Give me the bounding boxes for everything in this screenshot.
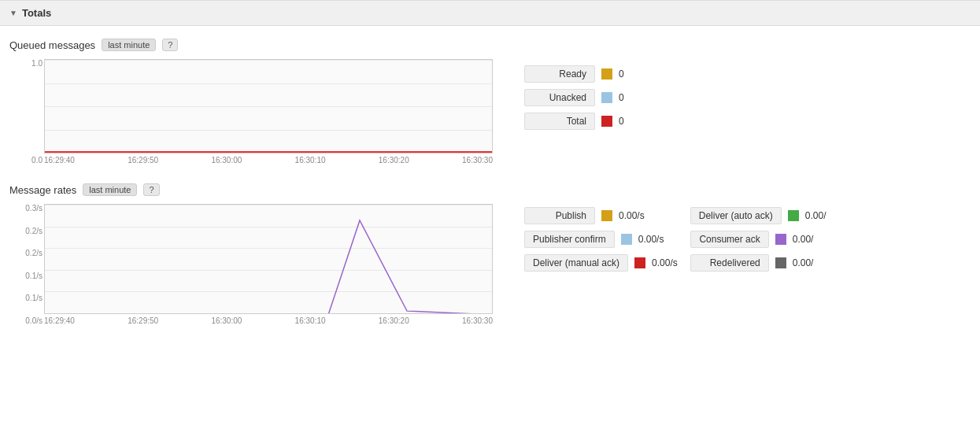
deliver-manual-label: Deliver (manual ack) bbox=[524, 254, 628, 272]
publish-color-swatch bbox=[601, 210, 612, 221]
section-header: ▼ Totals bbox=[0, 0, 980, 26]
ready-color-swatch bbox=[601, 68, 612, 80]
legend-total: Total 0 bbox=[524, 113, 642, 130]
message-rates-section: Message rates last minute ? 0.3/s 0.2/s … bbox=[9, 183, 971, 325]
ready-value: 0 bbox=[619, 68, 642, 80]
queued-messages-badge[interactable]: last minute bbox=[102, 39, 156, 51]
queued-x-labels: 16:29:40 16:29:50 16:30:00 16:30:10 16:3… bbox=[44, 156, 493, 165]
queued-messages-section: Queued messages last minute ? 1.0 0.0 bbox=[9, 39, 971, 165]
rates-legend-right: Deliver (auto ack) 0.00/ Consumer ack 0.… bbox=[690, 207, 829, 272]
publisher-confirm-label: Publisher confirm bbox=[524, 231, 615, 248]
legend-ready: Ready 0 bbox=[524, 65, 642, 83]
unacked-label: Unacked bbox=[524, 89, 595, 106]
legend-publish: Publish 0.00/s bbox=[524, 207, 678, 224]
unacked-color-swatch bbox=[601, 92, 612, 103]
ready-label: Ready bbox=[524, 65, 595, 83]
queued-y-labels: 1.0 0.0 bbox=[16, 59, 43, 165]
redelivered-color-swatch bbox=[775, 257, 786, 268]
legend-deliver-manual: Deliver (manual ack) 0.00/s bbox=[524, 254, 678, 272]
message-rates-badge[interactable]: last minute bbox=[83, 183, 137, 196]
consumer-ack-value: 0.00/ bbox=[793, 234, 816, 245]
deliver-auto-color-swatch bbox=[788, 210, 799, 221]
queued-messages-label: Queued messages bbox=[9, 39, 95, 51]
collapse-arrow-icon[interactable]: ▼ bbox=[9, 9, 17, 17]
publisher-confirm-color-swatch bbox=[621, 234, 632, 245]
rates-legend-left: Publish 0.00/s Publisher confirm 0.00/s … bbox=[524, 207, 678, 272]
deliver-manual-color-swatch bbox=[634, 257, 645, 268]
total-value: 0 bbox=[619, 116, 642, 127]
total-color-swatch bbox=[601, 116, 612, 127]
consumer-ack-label: Consumer ack bbox=[690, 231, 769, 248]
unacked-value: 0 bbox=[619, 92, 642, 103]
message-rates-help[interactable]: ? bbox=[143, 183, 159, 196]
total-label: Total bbox=[524, 113, 595, 130]
message-rates-label: Message rates bbox=[9, 184, 76, 196]
section-title: Totals bbox=[22, 7, 51, 19]
rates-chart bbox=[44, 204, 493, 314]
publish-value: 0.00/s bbox=[619, 210, 645, 221]
redelivered-value: 0.00/ bbox=[793, 257, 816, 268]
rates-x-labels: 16:29:40 16:29:50 16:30:00 16:30:10 16:3… bbox=[44, 316, 493, 325]
rates-y-labels: 0.3/s 0.2/s 0.2/s 0.1/s 0.1/s 0.0/s bbox=[16, 204, 43, 325]
consumer-ack-color-swatch bbox=[775, 234, 786, 245]
publish-label: Publish bbox=[524, 207, 595, 224]
redelivered-label: Redelivered bbox=[690, 254, 769, 272]
publisher-confirm-value: 0.00/s bbox=[638, 234, 664, 245]
legend-unacked: Unacked 0 bbox=[524, 89, 642, 106]
legend-consumer-ack: Consumer ack 0.00/ bbox=[690, 231, 829, 248]
legend-publisher-confirm: Publisher confirm 0.00/s bbox=[524, 231, 678, 248]
deliver-manual-value: 0.00/s bbox=[652, 257, 678, 268]
legend-redelivered: Redelivered 0.00/ bbox=[690, 254, 829, 272]
rates-legend: Publish 0.00/s Publisher confirm 0.00/s … bbox=[524, 207, 829, 272]
legend-deliver-auto: Deliver (auto ack) 0.00/ bbox=[690, 207, 829, 224]
queued-legend: Ready 0 Unacked 0 Total 0 bbox=[524, 62, 642, 130]
queued-messages-help[interactable]: ? bbox=[162, 39, 178, 51]
deliver-auto-label: Deliver (auto ack) bbox=[690, 207, 782, 224]
queued-chart bbox=[44, 59, 493, 153]
deliver-auto-value: 0.00/ bbox=[805, 210, 829, 221]
rates-chart-svg bbox=[45, 205, 493, 314]
